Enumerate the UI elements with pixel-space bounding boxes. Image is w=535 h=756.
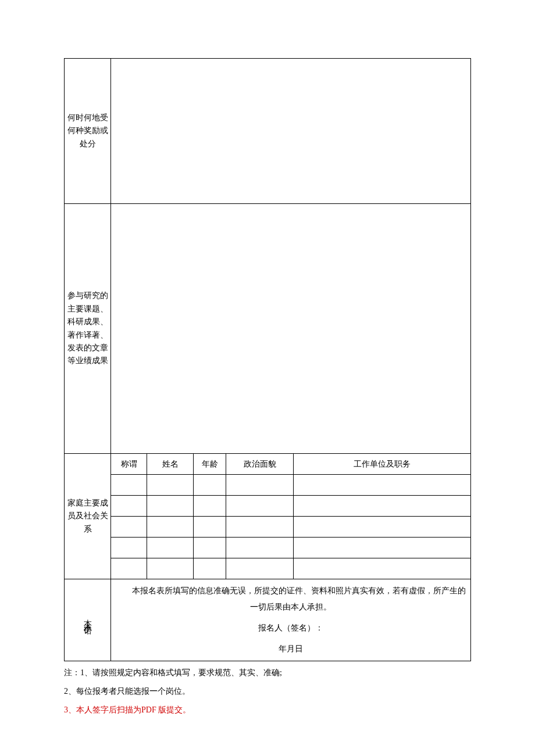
family-header-name: 姓名: [147, 454, 194, 475]
family-row: [65, 496, 471, 517]
value-research[interactable]: [111, 204, 471, 454]
value-awards[interactable]: [111, 59, 471, 204]
family-cell-relation[interactable]: [111, 558, 147, 579]
family-cell-name[interactable]: [147, 475, 194, 496]
declaration-cell: 本报名表所填写的信息准确无误，所提交的证件、资料和照片真实有效，若有虚假，所产生…: [111, 579, 471, 661]
family-cell-relation[interactable]: [111, 538, 147, 558]
family-cell-name[interactable]: [147, 517, 194, 538]
family-cell-relation[interactable]: [111, 517, 147, 538]
family-row: [65, 558, 471, 579]
family-cell-age[interactable]: [194, 517, 226, 538]
family-cell-political[interactable]: [226, 475, 294, 496]
family-cell-political[interactable]: [226, 517, 294, 538]
application-form-table: 何时何地受何种奖励或处分 参与研究的主要课题、科研成果、著作译著、发表的文章等业…: [64, 58, 471, 661]
family-header-relation: 称谓: [111, 454, 147, 475]
family-cell-political[interactable]: [226, 558, 294, 579]
declaration-sign-label: 报名人（签名）：: [113, 620, 468, 636]
label-awards: 何时何地受何种奖励或处分: [65, 59, 111, 204]
declaration-date-label: 年月日: [113, 641, 468, 657]
family-row: [65, 538, 471, 558]
note-line-2: 2、每位报考者只能选报一个岗位。: [64, 683, 471, 700]
label-family: 家庭主要成员及社会关系: [65, 454, 111, 579]
row-declaration: 本人承诺 本报名表所填写的信息准确无误，所提交的证件、资料和照片真实有效，若有虚…: [65, 579, 471, 661]
family-cell-age[interactable]: [194, 538, 226, 558]
family-cell-relation[interactable]: [111, 475, 147, 496]
family-cell-relation[interactable]: [111, 496, 147, 517]
family-cell-workunit[interactable]: [294, 517, 471, 538]
family-cell-workunit[interactable]: [294, 496, 471, 517]
note-line-3: 3、本人签字后扫描为PDF 版提交。: [64, 702, 471, 718]
family-cell-political[interactable]: [226, 496, 294, 517]
family-cell-political[interactable]: [226, 538, 294, 558]
family-cell-age[interactable]: [194, 558, 226, 579]
family-header-age: 年龄: [194, 454, 226, 475]
family-cell-name[interactable]: [147, 558, 194, 579]
label-declaration-text: 本人承诺: [81, 607, 94, 628]
family-cell-workunit[interactable]: [294, 538, 471, 558]
row-research: 参与研究的主要课题、科研成果、著作译著、发表的文章等业绩成果: [65, 204, 471, 454]
label-declaration: 本人承诺: [65, 579, 111, 661]
family-row: [65, 517, 471, 538]
family-header-workunit: 工作单位及职务: [294, 454, 471, 475]
note-1-text: 1、请按照规定内容和格式填写，要求规范、其实、准确;: [80, 668, 282, 677]
declaration-text: 本报名表所填写的信息准确无误，所提交的证件、资料和照片真实有效，若有虚假，所产生…: [113, 583, 468, 615]
family-header-row: 家庭主要成员及社会关系 称谓 姓名 年龄 政治面貌 工作单位及职务: [65, 454, 471, 475]
notes-section: 注：1、请按照规定内容和格式填写，要求规范、其实、准确; 2、每位报考者只能选报…: [64, 665, 471, 718]
family-cell-workunit[interactable]: [294, 475, 471, 496]
family-cell-age[interactable]: [194, 496, 226, 517]
note-line-1: 注：1、请按照规定内容和格式填写，要求规范、其实、准确;: [64, 665, 471, 681]
family-cell-name[interactable]: [147, 538, 194, 558]
family-cell-age[interactable]: [194, 475, 226, 496]
label-research: 参与研究的主要课题、科研成果、著作译著、发表的文章等业绩成果: [65, 204, 111, 454]
family-cell-workunit[interactable]: [294, 558, 471, 579]
row-awards: 何时何地受何种奖励或处分: [65, 59, 471, 204]
family-cell-name[interactable]: [147, 496, 194, 517]
note-prefix: 注：: [64, 668, 80, 677]
family-row: [65, 475, 471, 496]
family-header-political: 政治面貌: [226, 454, 294, 475]
